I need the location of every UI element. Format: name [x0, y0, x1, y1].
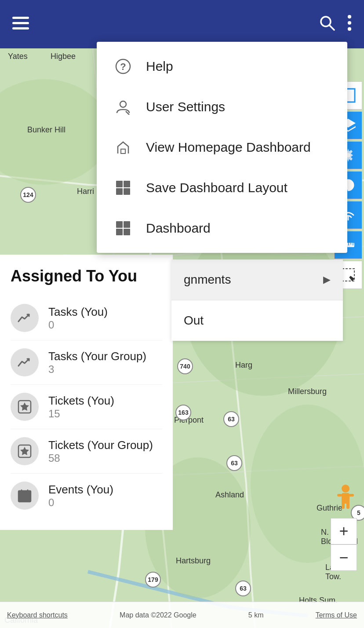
assigned-item-info: Tickets (You) 15: [48, 394, 114, 420]
keyboard-shortcuts-link[interactable]: Keyboard shortcuts: [7, 611, 68, 619]
svg-rect-45: [21, 496, 24, 499]
assigned-item-icon: [11, 348, 39, 376]
assigned-item-tickets-group[interactable]: Tickets (Your Group) 58: [11, 429, 162, 474]
assigned-item-name: Tickets (Your Group): [48, 438, 153, 452]
svg-rect-48: [342, 502, 345, 509]
svg-point-13: [348, 27, 351, 30]
assigned-panel: Assigned To You Tasks (You) 0 Tasks (You…: [0, 255, 173, 530]
svg-rect-31: [116, 188, 123, 195]
assigned-item-info: Tasks (Your Group) 3: [48, 350, 146, 376]
assigned-item-name: Tickets (You): [48, 394, 114, 408]
assigned-item-count: 15: [48, 408, 114, 420]
svg-rect-7: [12, 22, 29, 24]
submenu-arrow-icon: ▶: [323, 274, 331, 285]
road-badge: 124: [20, 187, 36, 203]
assigned-item-count: 0: [48, 319, 108, 331]
menu-item-view-homepage[interactable]: View Homepage Dashboard: [97, 127, 347, 168]
assigned-title: Assigned To You: [11, 267, 162, 285]
assigned-item-name: Tasks (Your Group): [48, 350, 146, 363]
svg-point-11: [348, 15, 351, 18]
assigned-item-count: 58: [48, 452, 153, 464]
assigned-items-container: Tasks (You) 0 Tasks (Your Group) 3 Ticke…: [11, 296, 162, 518]
submenu-signout-label: Out: [184, 314, 204, 328]
svg-point-26: [120, 101, 126, 107]
zoom-controls: + −: [331, 518, 357, 571]
view-homepage-icon: [113, 137, 134, 158]
svg-rect-35: [116, 229, 123, 235]
assigned-item-count: 0: [48, 497, 113, 509]
header-right: [319, 15, 352, 34]
assigned-item-events-you[interactable]: Events (You) 0: [11, 474, 162, 518]
svg-rect-29: [116, 181, 123, 187]
assigned-item-count: 3: [48, 363, 146, 376]
road-badge: 179: [145, 572, 161, 588]
road-badge: 63: [223, 411, 239, 427]
bottom-bar: Keyboard shortcuts Map data ©2022 Google…: [0, 602, 364, 628]
menu-label-view-homepage: View Homepage Dashboard: [146, 140, 311, 155]
terms-link[interactable]: Terms of Use: [316, 611, 357, 619]
assigned-item-tickets-you[interactable]: Tickets (You) 15: [11, 385, 162, 429]
help-icon: ?: [113, 56, 134, 77]
svg-rect-49: [346, 502, 349, 509]
map-data-text: Map data ©2022 Google: [120, 611, 197, 619]
svg-rect-34: [124, 221, 130, 228]
svg-rect-30: [124, 181, 130, 187]
svg-rect-50: [337, 494, 342, 497]
header: [0, 0, 364, 48]
more-options-icon[interactable]: [347, 15, 352, 34]
menu-label-save-dashboard: Save Dashboard Layout: [146, 180, 288, 195]
menu-label-user-settings: User Settings: [146, 99, 225, 114]
zoom-in-button[interactable]: +: [331, 518, 357, 544]
road-badge: 63: [226, 455, 242, 471]
road-badge: 63: [235, 581, 251, 596]
road-badge: 163: [175, 405, 191, 420]
svg-rect-8: [12, 27, 29, 29]
svg-rect-6: [12, 17, 29, 19]
svg-rect-33: [116, 221, 123, 228]
svg-text:?: ?: [120, 61, 126, 72]
assigned-item-icon: [11, 437, 39, 465]
assigned-item-icon: [11, 393, 39, 421]
svg-rect-51: [349, 494, 354, 497]
assigned-item-info: Tickets (Your Group) 58: [48, 438, 153, 464]
svg-rect-41: [18, 491, 31, 502]
road-badge: 740: [177, 358, 193, 374]
menu-label-dashboard: Dashboard: [146, 221, 211, 236]
submenu-panel: gnments ▶ Out: [171, 259, 343, 341]
assigned-item-icon: [11, 482, 39, 510]
save-dashboard-icon: [113, 177, 134, 198]
assigned-item-info: Events (You) 0: [48, 483, 113, 509]
menu-label-help: Help: [146, 59, 173, 74]
zoom-out-button[interactable]: −: [331, 544, 357, 571]
svg-marker-40: [20, 447, 29, 455]
svg-rect-32: [124, 188, 130, 195]
menu-item-save-dashboard[interactable]: Save Dashboard Layout: [97, 168, 347, 208]
svg-line-10: [330, 25, 335, 30]
svg-rect-28: [121, 149, 125, 153]
assigned-item-tasks-you[interactable]: Tasks (You) 0: [11, 296, 162, 340]
submenu-assignments-label: gnments: [184, 273, 231, 287]
svg-rect-36: [124, 229, 130, 235]
assigned-item-tasks-group[interactable]: Tasks (Your Group) 3: [11, 340, 162, 385]
assigned-item-icon: [11, 304, 39, 332]
menu-item-dashboard[interactable]: Dashboard: [97, 208, 347, 248]
assigned-item-name: Events (You): [48, 483, 113, 497]
menu-item-help[interactable]: ? Help: [97, 46, 347, 87]
svg-point-12: [348, 21, 351, 24]
submenu-assignments[interactable]: gnments ▶: [171, 259, 343, 300]
assigned-item-name: Tasks (You): [48, 305, 108, 319]
menu-item-user-settings[interactable]: User Settings: [97, 87, 347, 127]
pegman-icon[interactable]: [336, 484, 355, 518]
assigned-item-info: Tasks (You) 0: [48, 305, 108, 331]
svg-point-46: [342, 485, 349, 493]
svg-marker-38: [20, 402, 29, 411]
scale-text: 5 km: [248, 611, 264, 619]
search-icon[interactable]: [319, 15, 335, 34]
dashboard-icon: [113, 218, 134, 239]
dropdown-menu: ? Help User Settings View Homepage Dashb…: [97, 42, 347, 253]
submenu-signout[interactable]: Out: [171, 300, 343, 341]
user-settings-icon: [113, 96, 134, 117]
hamburger-icon[interactable]: [12, 17, 29, 32]
